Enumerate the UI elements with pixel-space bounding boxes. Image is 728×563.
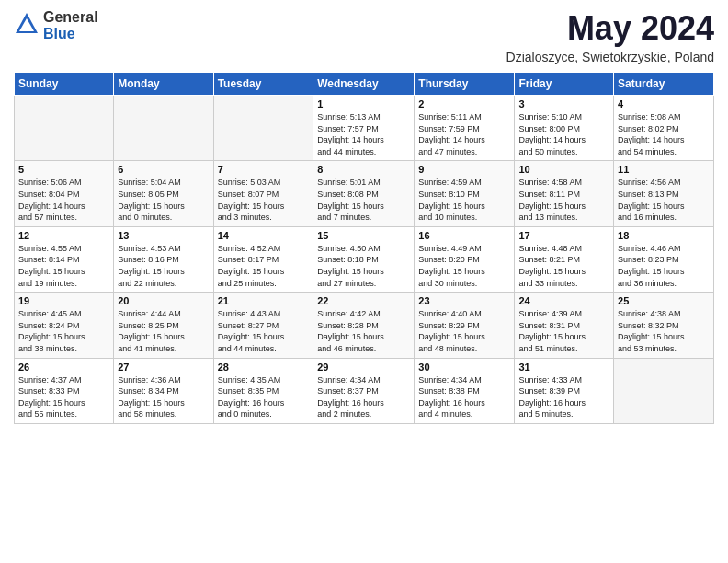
weekday-header-tuesday: Tuesday bbox=[213, 73, 313, 96]
cell-info: Sunrise: 4:55 AM Sunset: 8:14 PM Dayligh… bbox=[18, 243, 109, 289]
day-number: 26 bbox=[18, 362, 109, 373]
day-number: 3 bbox=[518, 98, 609, 109]
day-number: 15 bbox=[317, 230, 410, 241]
calendar-cell: 29Sunrise: 4:34 AM Sunset: 8:37 PM Dayli… bbox=[313, 358, 415, 423]
cell-info: Sunrise: 5:11 AM Sunset: 7:59 PM Dayligh… bbox=[418, 111, 510, 157]
cell-info: Sunrise: 4:52 AM Sunset: 8:17 PM Dayligh… bbox=[218, 243, 310, 289]
day-number: 18 bbox=[618, 230, 710, 241]
calendar-cell: 2Sunrise: 5:11 AM Sunset: 7:59 PM Daylig… bbox=[415, 96, 515, 161]
calendar-cell: 6Sunrise: 5:04 AM Sunset: 8:05 PM Daylig… bbox=[114, 161, 213, 226]
cell-info: Sunrise: 4:48 AM Sunset: 8:21 PM Dayligh… bbox=[518, 243, 609, 289]
day-number: 12 bbox=[18, 230, 109, 241]
month-title: May 2024 bbox=[506, 9, 714, 48]
calendar-cell: 24Sunrise: 4:39 AM Sunset: 8:31 PM Dayli… bbox=[515, 293, 614, 358]
day-number: 8 bbox=[317, 164, 410, 175]
logo-text: General Blue bbox=[43, 9, 98, 41]
day-number: 19 bbox=[18, 295, 109, 306]
day-number: 4 bbox=[618, 98, 710, 109]
cell-info: Sunrise: 4:43 AM Sunset: 8:27 PM Dayligh… bbox=[218, 308, 310, 354]
calendar-week-2: 5Sunrise: 5:06 AM Sunset: 8:04 PM Daylig… bbox=[15, 161, 714, 226]
day-number: 16 bbox=[418, 230, 510, 241]
day-number: 23 bbox=[418, 295, 510, 306]
calendar-cell: 21Sunrise: 4:43 AM Sunset: 8:27 PM Dayli… bbox=[213, 293, 313, 358]
day-number: 22 bbox=[317, 295, 410, 306]
calendar-cell: 17Sunrise: 4:48 AM Sunset: 8:21 PM Dayli… bbox=[515, 226, 614, 292]
calendar-cell: 19Sunrise: 4:45 AM Sunset: 8:24 PM Dayli… bbox=[15, 293, 114, 358]
calendar-cell bbox=[213, 96, 313, 161]
calendar-cell: 15Sunrise: 4:50 AM Sunset: 8:18 PM Dayli… bbox=[313, 226, 415, 292]
day-number: 7 bbox=[218, 164, 310, 175]
cell-info: Sunrise: 4:49 AM Sunset: 8:20 PM Dayligh… bbox=[418, 243, 510, 289]
calendar: SundayMondayTuesdayWednesdayThursdayFrid… bbox=[14, 72, 714, 424]
cell-info: Sunrise: 5:08 AM Sunset: 8:02 PM Dayligh… bbox=[618, 111, 710, 157]
logo-blue-text: Blue bbox=[43, 26, 98, 42]
cell-info: Sunrise: 5:10 AM Sunset: 8:00 PM Dayligh… bbox=[518, 111, 609, 157]
day-number: 24 bbox=[518, 295, 609, 306]
day-number: 29 bbox=[317, 362, 410, 373]
calendar-cell: 27Sunrise: 4:36 AM Sunset: 8:34 PM Dayli… bbox=[114, 358, 213, 423]
logo: General Blue bbox=[14, 9, 98, 41]
cell-info: Sunrise: 4:38 AM Sunset: 8:32 PM Dayligh… bbox=[618, 308, 710, 354]
title-block: May 2024 Dzialoszyce, Swietokrzyskie, Po… bbox=[506, 9, 714, 64]
calendar-cell bbox=[114, 96, 213, 161]
calendar-cell: 12Sunrise: 4:55 AM Sunset: 8:14 PM Dayli… bbox=[15, 226, 114, 292]
calendar-cell: 23Sunrise: 4:40 AM Sunset: 8:29 PM Dayli… bbox=[415, 293, 515, 358]
day-number: 13 bbox=[118, 230, 209, 241]
calendar-cell: 8Sunrise: 5:01 AM Sunset: 8:08 PM Daylig… bbox=[313, 161, 415, 226]
calendar-cell: 14Sunrise: 4:52 AM Sunset: 8:17 PM Dayli… bbox=[213, 226, 313, 292]
calendar-cell: 16Sunrise: 4:49 AM Sunset: 8:20 PM Dayli… bbox=[415, 226, 515, 292]
calendar-cell: 7Sunrise: 5:03 AM Sunset: 8:07 PM Daylig… bbox=[213, 161, 313, 226]
cell-info: Sunrise: 5:04 AM Sunset: 8:05 PM Dayligh… bbox=[118, 177, 209, 223]
cell-info: Sunrise: 4:36 AM Sunset: 8:34 PM Dayligh… bbox=[118, 374, 209, 420]
day-number: 17 bbox=[518, 230, 609, 241]
calendar-cell: 9Sunrise: 4:59 AM Sunset: 8:10 PM Daylig… bbox=[415, 161, 515, 226]
weekday-header-thursday: Thursday bbox=[415, 73, 515, 96]
cell-info: Sunrise: 4:45 AM Sunset: 8:24 PM Dayligh… bbox=[18, 308, 109, 354]
calendar-cell: 25Sunrise: 4:38 AM Sunset: 8:32 PM Dayli… bbox=[614, 293, 714, 358]
day-number: 28 bbox=[218, 362, 310, 373]
calendar-cell: 11Sunrise: 4:56 AM Sunset: 8:13 PM Dayli… bbox=[614, 161, 714, 226]
cell-info: Sunrise: 4:34 AM Sunset: 8:37 PM Dayligh… bbox=[317, 374, 410, 420]
weekday-header-wednesday: Wednesday bbox=[313, 73, 415, 96]
calendar-cell: 30Sunrise: 4:34 AM Sunset: 8:38 PM Dayli… bbox=[415, 358, 515, 423]
calendar-cell: 31Sunrise: 4:33 AM Sunset: 8:39 PM Dayli… bbox=[515, 358, 614, 423]
calendar-cell: 5Sunrise: 5:06 AM Sunset: 8:04 PM Daylig… bbox=[15, 161, 114, 226]
cell-info: Sunrise: 4:34 AM Sunset: 8:38 PM Dayligh… bbox=[418, 374, 510, 420]
weekday-header-monday: Monday bbox=[114, 73, 213, 96]
day-number: 9 bbox=[418, 164, 510, 175]
cell-info: Sunrise: 4:44 AM Sunset: 8:25 PM Dayligh… bbox=[118, 308, 209, 354]
cell-info: Sunrise: 5:13 AM Sunset: 7:57 PM Dayligh… bbox=[317, 111, 410, 157]
calendar-cell bbox=[614, 358, 714, 423]
cell-info: Sunrise: 4:40 AM Sunset: 8:29 PM Dayligh… bbox=[418, 308, 510, 354]
cell-info: Sunrise: 5:06 AM Sunset: 8:04 PM Dayligh… bbox=[18, 177, 109, 223]
weekday-header-friday: Friday bbox=[515, 73, 614, 96]
day-number: 31 bbox=[518, 362, 609, 373]
page: General Blue May 2024 Dzialoszyce, Swiet… bbox=[0, 0, 728, 563]
location: Dzialoszyce, Swietokrzyskie, Poland bbox=[506, 50, 714, 64]
day-number: 2 bbox=[418, 98, 510, 109]
calendar-cell: 1Sunrise: 5:13 AM Sunset: 7:57 PM Daylig… bbox=[313, 96, 415, 161]
calendar-week-3: 12Sunrise: 4:55 AM Sunset: 8:14 PM Dayli… bbox=[15, 226, 714, 292]
header: General Blue May 2024 Dzialoszyce, Swiet… bbox=[14, 9, 714, 64]
calendar-cell: 4Sunrise: 5:08 AM Sunset: 8:02 PM Daylig… bbox=[614, 96, 714, 161]
day-number: 1 bbox=[317, 98, 410, 109]
cell-info: Sunrise: 4:46 AM Sunset: 8:23 PM Dayligh… bbox=[618, 243, 710, 289]
day-number: 6 bbox=[118, 164, 209, 175]
logo-general-text: General bbox=[43, 9, 98, 26]
cell-info: Sunrise: 4:35 AM Sunset: 8:35 PM Dayligh… bbox=[218, 374, 310, 420]
calendar-cell: 10Sunrise: 4:58 AM Sunset: 8:11 PM Dayli… bbox=[515, 161, 614, 226]
weekday-header-saturday: Saturday bbox=[614, 73, 714, 96]
calendar-cell: 18Sunrise: 4:46 AM Sunset: 8:23 PM Dayli… bbox=[614, 226, 714, 292]
calendar-header: SundayMondayTuesdayWednesdayThursdayFrid… bbox=[15, 73, 714, 96]
calendar-week-1: 1Sunrise: 5:13 AM Sunset: 7:57 PM Daylig… bbox=[15, 96, 714, 161]
cell-info: Sunrise: 4:33 AM Sunset: 8:39 PM Dayligh… bbox=[518, 374, 609, 420]
calendar-cell bbox=[15, 96, 114, 161]
cell-info: Sunrise: 4:37 AM Sunset: 8:33 PM Dayligh… bbox=[18, 374, 109, 420]
cell-info: Sunrise: 4:56 AM Sunset: 8:13 PM Dayligh… bbox=[618, 177, 710, 223]
calendar-week-5: 26Sunrise: 4:37 AM Sunset: 8:33 PM Dayli… bbox=[15, 358, 714, 423]
day-number: 20 bbox=[118, 295, 209, 306]
cell-info: Sunrise: 5:03 AM Sunset: 8:07 PM Dayligh… bbox=[218, 177, 310, 223]
cell-info: Sunrise: 5:01 AM Sunset: 8:08 PM Dayligh… bbox=[317, 177, 410, 223]
calendar-week-4: 19Sunrise: 4:45 AM Sunset: 8:24 PM Dayli… bbox=[15, 293, 714, 358]
day-number: 14 bbox=[218, 230, 310, 241]
